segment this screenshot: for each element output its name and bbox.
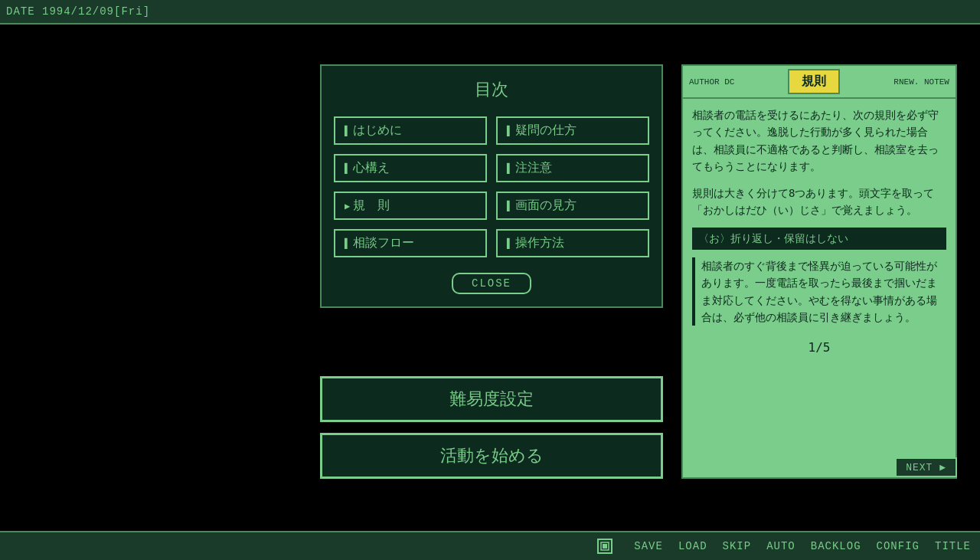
bottom-toolbar: SAVE LOAD SKIP AUTO BACKLOG CONFIG TITLE bbox=[0, 531, 980, 560]
right-panel-quoted-text: 相談者のすぐ背後まで怪異が迫っている可能性があります。一度電話を取ったら最後まで… bbox=[701, 257, 946, 326]
toc-item-screen[interactable]: 画面の見方 bbox=[496, 192, 649, 220]
right-panel-highlight: 〈お〉折り返し・保留はしない bbox=[692, 228, 946, 249]
right-panel-para-2: 規則は大きく分けて8つあります。頭文字を取って「おかしはだひ（い）じさ」で覚えま… bbox=[692, 185, 946, 219]
toc-title: 目次 bbox=[334, 78, 649, 101]
skip-button[interactable]: SKIP bbox=[723, 540, 752, 552]
right-panel: AUTHOR DC 規則 RNEW. NOTEW 相談者の電話を受けるにあたり、… bbox=[681, 64, 957, 479]
difficulty-button[interactable]: 難易度設定 bbox=[320, 376, 663, 422]
svg-rect-1 bbox=[603, 544, 607, 549]
right-panel-header-left: AUTHOR DC bbox=[689, 77, 734, 87]
right-panel-para-1: 相談者の電話を受けるにあたり、次の規則を必ず守ってください。逸脱した行動が多く見… bbox=[692, 106, 946, 175]
top-bar: DATE 1994/12/09[Fri] bbox=[0, 0, 980, 25]
toc-item-flow[interactable]: 相談フロー bbox=[334, 229, 487, 257]
main-background: 目次 はじめに 疑問の仕方 心構え 注注意 規 則 画面の見方 相談フロー 操作… bbox=[0, 25, 980, 531]
close-button[interactable]: CLOSE bbox=[452, 273, 531, 294]
toc-item-attention[interactable]: 注注意 bbox=[496, 154, 649, 182]
title-button[interactable]: TITLE bbox=[935, 540, 971, 552]
start-button[interactable]: 活動を始める bbox=[320, 433, 663, 479]
toc-item-kokoroe[interactable]: 心構え bbox=[334, 154, 487, 182]
close-button-wrap: CLOSE bbox=[334, 273, 649, 294]
toc-item-rules[interactable]: 規 則 bbox=[334, 192, 487, 220]
toc-item-operation[interactable]: 操作方法 bbox=[496, 229, 649, 257]
right-panel-header: AUTHOR DC 規則 RNEW. NOTEW bbox=[683, 66, 956, 99]
config-button[interactable]: CONFIG bbox=[877, 540, 920, 552]
top-bar-title: DATE 1994/12/09[Fri] bbox=[6, 5, 150, 18]
right-panel-content: 相談者の電話を受けるにあたり、次の規則を必ず守ってください。逸脱した行動が多く見… bbox=[683, 99, 956, 365]
right-panel-header-right: RNEW. NOTEW bbox=[893, 77, 949, 87]
toc-item-hajimeni[interactable]: はじめに bbox=[334, 116, 487, 145]
save-button[interactable]: SAVE bbox=[634, 540, 663, 552]
toc-dialog: 目次 はじめに 疑問の仕方 心構え 注注意 規 則 画面の見方 相談フロー 操作… bbox=[320, 64, 663, 308]
next-label: NEXT bbox=[906, 462, 933, 473]
right-panel-page: 1/5 bbox=[692, 332, 946, 358]
toc-grid: はじめに 疑問の仕方 心構え 注注意 規 則 画面の見方 相談フロー 操作方法 bbox=[334, 116, 649, 257]
backlog-button[interactable]: BACKLOG bbox=[811, 540, 861, 552]
auto-button[interactable]: AUTO bbox=[766, 540, 795, 552]
next-arrow-icon: ▶ bbox=[939, 462, 946, 473]
right-panel-badge: 規則 bbox=[788, 69, 840, 94]
toc-item-question[interactable]: 疑問の仕方 bbox=[496, 116, 649, 145]
load-button[interactable]: LOAD bbox=[678, 540, 707, 552]
bottom-buttons: 難易度設定 活動を始める bbox=[320, 376, 663, 479]
next-button[interactable]: NEXT ▶ bbox=[895, 457, 957, 477]
right-panel-quoted: 相談者のすぐ背後まで怪異が迫っている可能性があります。一度電話を取ったら最後まで… bbox=[692, 257, 946, 326]
toolbar-icon bbox=[597, 539, 612, 554]
